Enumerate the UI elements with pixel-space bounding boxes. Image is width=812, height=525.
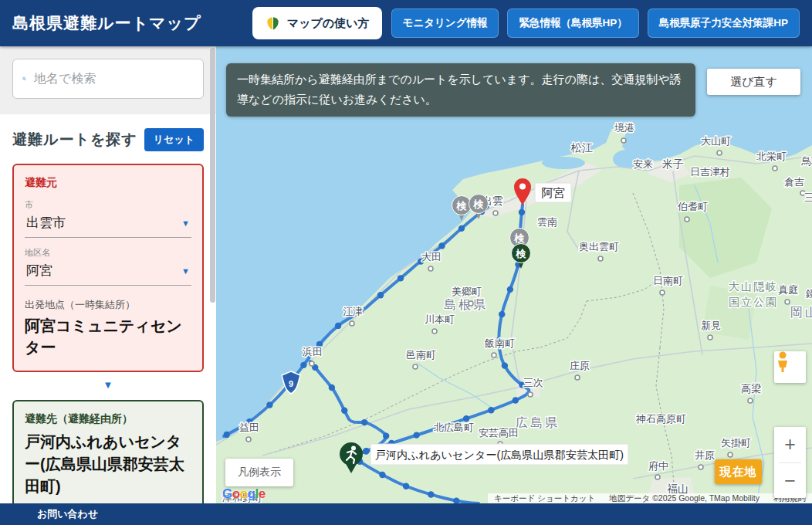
app-title: 島根県避難ルートマップ bbox=[12, 12, 201, 34]
pegman-icon bbox=[774, 351, 791, 373]
google-logo-letter: G bbox=[222, 486, 232, 501]
map-label: 益田 bbox=[239, 422, 259, 433]
destination-value: 戸河内ふれあいセンター(広島県山県郡安芸太田町) bbox=[25, 431, 191, 498]
map-attribution: キーボード ショートカット 地図データ ©2025 Google, TMap M… bbox=[488, 493, 812, 503]
town-dot bbox=[785, 300, 790, 304]
map-label: 浜田 bbox=[303, 346, 323, 357]
chevron-down-icon: ▼ bbox=[181, 218, 190, 228]
route-dot bbox=[428, 491, 434, 497]
town-dot bbox=[350, 321, 354, 326]
town-dot bbox=[310, 361, 314, 366]
destination-panel: 避難先（避難経由所） 戸河内ふれあいセンター(広島県山県郡安芸太田町) bbox=[12, 400, 204, 503]
header-links: モニタリング情報緊急情報（島根県HP）島根県原子力安全対策課HP bbox=[391, 8, 800, 38]
map-label: 江津 bbox=[343, 306, 363, 317]
search-input[interactable] bbox=[34, 72, 194, 86]
route-dot bbox=[488, 407, 494, 413]
legend-button[interactable]: 凡例表示 bbox=[225, 459, 293, 486]
checkpoint-glyph: 検 bbox=[516, 248, 527, 259]
map-label: 鏡野 bbox=[805, 288, 812, 300]
route-dot bbox=[507, 286, 513, 293]
reselect-button[interactable]: 選び直す bbox=[707, 69, 800, 95]
town-dot bbox=[717, 151, 722, 155]
map-canvas[interactable]: 9 松江境港安来米子日吉津村大山町北栄町鳥取倉吉三朝伯耆町大山隠岐国立公園真庭岡… bbox=[216, 46, 812, 503]
district-select[interactable]: 阿宮 ▼ bbox=[25, 259, 191, 286]
zoom-in-button[interactable]: + bbox=[774, 427, 806, 462]
zoom-out-button[interactable]: − bbox=[774, 463, 806, 499]
route-dot bbox=[519, 209, 525, 215]
route-dot bbox=[502, 362, 508, 368]
origin-panel-title: 避難元 bbox=[25, 176, 191, 190]
header-link-0[interactable]: モニタリング情報 bbox=[391, 8, 499, 38]
lake-shinji bbox=[542, 157, 585, 169]
sidebar: 避難ルートを探す リセット 避難元 市 出雲市 ▼ 地区名 阿宮 ▼ 出発地点（… bbox=[0, 46, 216, 503]
route-dot bbox=[329, 384, 335, 391]
map-label: 安芸高田 bbox=[479, 427, 519, 439]
main-content: 避難ルートを探す リセット 避難元 市 出雲市 ▼ 地区名 阿宮 ▼ 出発地点（… bbox=[0, 46, 812, 503]
town-dot bbox=[246, 437, 251, 442]
map-label: 三次 bbox=[523, 377, 543, 388]
district-field-label: 地区名 bbox=[25, 247, 191, 259]
map-label: 庄原 bbox=[570, 360, 590, 371]
map-label: 高梁 bbox=[741, 383, 761, 395]
town-dot bbox=[621, 138, 626, 143]
page-footer: お問い合わせ bbox=[0, 503, 812, 525]
departure-value: 阿宮コミュニティセンター bbox=[25, 315, 191, 358]
google-logo-letter: g bbox=[248, 486, 255, 501]
reset-button[interactable]: リセット bbox=[144, 128, 204, 151]
keyboard-shortcuts-link[interactable]: キーボード ショートカット bbox=[494, 493, 595, 504]
map-data-credit: 地図データ ©2025 Google, TMap Mobility bbox=[609, 493, 760, 504]
map-label: 大山町 bbox=[701, 135, 731, 147]
route-dot bbox=[398, 275, 404, 281]
route-dot bbox=[413, 432, 419, 438]
route-dot bbox=[383, 433, 389, 439]
map-label: 広島県 bbox=[516, 416, 560, 429]
scrollbar-thumb[interactable] bbox=[210, 48, 215, 303]
header-link-2[interactable]: 島根県原子力安全対策課HP bbox=[648, 8, 800, 38]
town-dot bbox=[575, 375, 580, 380]
map-label: 飯南町 bbox=[485, 337, 515, 349]
map-label: 倉吉 bbox=[784, 176, 804, 188]
checkpoint-glyph: 検 bbox=[456, 200, 468, 212]
route-dot bbox=[379, 472, 385, 478]
route-dot bbox=[223, 432, 229, 438]
map-usage-button[interactable]: マップの使い方 bbox=[252, 7, 382, 39]
route-dot bbox=[266, 401, 272, 408]
town-dot bbox=[699, 465, 703, 469]
town-dot bbox=[660, 290, 665, 295]
map-label: 大田 bbox=[421, 251, 442, 262]
current-location-button[interactable]: 現在地 bbox=[715, 459, 762, 484]
departure-label: 出発地点（一時集結所） bbox=[25, 298, 191, 312]
district-select-value: 阿宮 bbox=[26, 262, 52, 279]
city-select[interactable]: 出雲市 ▼ bbox=[25, 211, 191, 238]
contact-link[interactable]: お問い合わせ bbox=[37, 507, 98, 521]
map-label: 伯耆町 bbox=[677, 201, 708, 212]
map-label: 三朝 bbox=[804, 191, 812, 203]
route-dot bbox=[377, 292, 384, 298]
map-label: 国立公園 bbox=[729, 296, 778, 308]
sidebar-scrollbar[interactable] bbox=[210, 46, 215, 503]
chevron-down-icon: ▼ bbox=[181, 266, 190, 276]
google-logo[interactable]: Google bbox=[222, 486, 266, 502]
pegman-control[interactable] bbox=[774, 351, 806, 383]
svg-text:戸河内ふれあいセンター(広島県山県郡安芸太田町): 戸河内ふれあいセンター(広島県山県郡安芸太田町) bbox=[375, 449, 624, 461]
map-label: 日吉津村 bbox=[690, 166, 730, 178]
map-label: 島根県 bbox=[444, 298, 488, 311]
search-section bbox=[0, 46, 216, 114]
map-label: 大山隠岐 bbox=[729, 280, 778, 293]
town-dot bbox=[428, 266, 433, 271]
map-label: 奥出雲町 bbox=[579, 241, 619, 252]
town-dot bbox=[528, 392, 533, 397]
header-link-1[interactable]: 緊急情報（島根県HP） bbox=[507, 8, 638, 38]
map-label: 北栄町 bbox=[756, 151, 787, 162]
town-dot bbox=[728, 452, 732, 457]
checkpoint-glyph: 検 bbox=[514, 232, 526, 244]
zoom-control: + − bbox=[774, 427, 806, 498]
town-dot bbox=[598, 256, 603, 261]
map-label: 境港 bbox=[614, 122, 634, 134]
route-dot bbox=[300, 362, 306, 368]
search-box[interactable] bbox=[12, 59, 204, 99]
map-label: 日南町 bbox=[653, 275, 683, 286]
map-label: 神石高原町 bbox=[635, 413, 686, 425]
beginner-mark-icon bbox=[265, 15, 281, 32]
map-label: 新見 bbox=[701, 320, 721, 331]
